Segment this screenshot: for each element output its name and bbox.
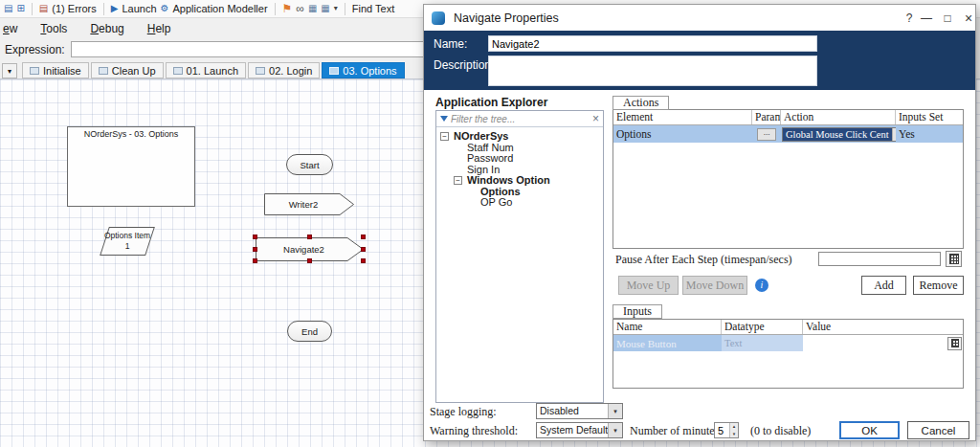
- selection-handle[interactable]: [361, 258, 366, 263]
- selection-handle[interactable]: [361, 247, 366, 252]
- application-modeller-icon[interactable]: ⚙: [161, 4, 169, 13]
- end-stage[interactable]: End: [287, 321, 332, 342]
- actions-table-header: Element Params Action Inputs Set: [613, 110, 963, 125]
- tab-initialise[interactable]: Initialise: [22, 62, 89, 78]
- tab-03-options[interactable]: 03. Options: [322, 62, 404, 78]
- tree-item-op-go[interactable]: OP Go: [438, 197, 601, 209]
- tree-label: Options: [480, 187, 521, 197]
- collapse-icon[interactable]: −: [454, 176, 462, 185]
- inputs-set-cell: Yes: [896, 125, 963, 143]
- description-input[interactable]: [488, 56, 817, 86]
- dialog-header: Name: Description:: [424, 31, 975, 90]
- menu-bar: ew Tools Debug Help: [0, 18, 421, 39]
- grid-icon[interactable]: ▦: [308, 4, 317, 13]
- launch-button[interactable]: Launch: [122, 3, 156, 14]
- minutes-spinner[interactable]: ▴ ▾: [714, 422, 739, 438]
- errors-icon[interactable]: ▤: [39, 4, 48, 13]
- selection-handle[interactable]: [307, 258, 312, 263]
- errors-button[interactable]: (1) Errors: [52, 3, 96, 14]
- tree-item-password[interactable]: Password: [438, 153, 601, 165]
- help-button[interactable]: ?: [901, 5, 918, 31]
- zero-to-disable-hint: (0 to disable): [750, 424, 811, 438]
- filter-clear-icon[interactable]: ×: [592, 113, 599, 124]
- data-item-stage[interactable]: Options Item 1: [99, 227, 156, 256]
- maximize-button[interactable]: □: [939, 5, 956, 31]
- add-button[interactable]: Add: [861, 276, 906, 295]
- selection-handle[interactable]: [307, 235, 312, 239]
- chevron-down-icon[interactable]: ▾: [608, 423, 622, 437]
- input-row-mouse-button[interactable]: Mouse Button Text: [613, 335, 963, 351]
- tree-label: Windows Option: [467, 175, 550, 186]
- tab-label: Clean Up: [112, 65, 156, 77]
- close-button[interactable]: ×: [960, 5, 977, 31]
- flag-icon[interactable]: ⚑: [282, 4, 293, 13]
- minimize-button[interactable]: —: [918, 5, 935, 31]
- spin-up-icon[interactable]: ▴: [730, 423, 738, 431]
- tab-01-launch[interactable]: 01. Launch: [166, 62, 246, 78]
- cancel-button[interactable]: Cancel: [907, 421, 969, 439]
- pause-expression-button[interactable]: [946, 251, 962, 267]
- writer-stage[interactable]: Writer2: [264, 193, 354, 215]
- ok-button[interactable]: OK: [839, 421, 900, 439]
- selection-handle[interactable]: [253, 247, 257, 252]
- menu-view[interactable]: ew: [1, 20, 19, 37]
- pause-after-step-input[interactable]: [818, 252, 941, 266]
- move-up-button[interactable]: Move Up: [618, 276, 679, 295]
- page-icon[interactable]: ▤: [4, 4, 12, 13]
- spin-down-icon[interactable]: ▾: [730, 431, 738, 438]
- remove-button[interactable]: Remove: [913, 276, 964, 295]
- collapse-icon[interactable]: −: [440, 132, 449, 141]
- window-icon[interactable]: ⊞: [16, 4, 24, 13]
- selection-handle[interactable]: [253, 235, 257, 239]
- warning-threshold-value: System Default: [537, 423, 608, 437]
- stage-logging-label: Stage logging:: [430, 405, 497, 419]
- stage-logging-select[interactable]: Disabled ▾: [536, 403, 623, 419]
- launch-icon[interactable]: ▶: [111, 4, 119, 13]
- tab-label: 03. Options: [343, 65, 396, 77]
- tree-item-windows-option[interactable]: − Windows Option: [438, 175, 601, 187]
- expression-label: Expression:: [0, 43, 71, 56]
- chevron-down-icon: ▾: [8, 67, 11, 76]
- column-datatype: Datatype: [722, 320, 803, 334]
- chevron-down-icon[interactable]: ▾: [334, 4, 338, 13]
- tree-item-staff-num[interactable]: Staff Num: [438, 143, 601, 154]
- tab-label: Initialise: [43, 65, 81, 77]
- warning-threshold-select[interactable]: System Default ▾: [536, 422, 623, 438]
- tab-clean-up[interactable]: Clean Up: [91, 62, 164, 78]
- action-combobox[interactable]: Global Mouse Click Cent ▾: [782, 127, 896, 142]
- minutes-input[interactable]: [715, 423, 729, 437]
- info-icon[interactable]: i: [755, 279, 768, 292]
- selection-handle[interactable]: [361, 235, 366, 239]
- tree-item-options[interactable]: Options: [438, 187, 601, 198]
- menu-help[interactable]: Help: [145, 20, 173, 37]
- glasses-icon[interactable]: ∞: [296, 4, 304, 13]
- tree-item-nordersys[interactable]: − NOrderSys: [438, 131, 601, 143]
- note-stage[interactable]: NOrderSys - 03. Options: [67, 126, 195, 207]
- action-combobox-value: Global Mouse Click Cent: [783, 128, 892, 141]
- name-input[interactable]: [488, 35, 817, 52]
- column-inputs-set: Inputs Set: [896, 110, 963, 124]
- grid-dropdown-icon[interactable]: ▦: [321, 4, 329, 13]
- dialog-titlebar[interactable]: Navigate Properties: [424, 5, 975, 31]
- inputs-table-header: Name Datatype Value: [613, 320, 963, 335]
- start-stage[interactable]: Start: [286, 154, 333, 175]
- spinner-arrows: ▴ ▾: [729, 423, 738, 437]
- end-label: End: [301, 326, 318, 337]
- tab-02-login[interactable]: 02. Login: [248, 62, 320, 78]
- params-ellipsis-button[interactable]: ...: [757, 128, 776, 141]
- move-down-button[interactable]: Move Down: [682, 276, 747, 295]
- filter-funnel-icon: [440, 116, 448, 122]
- column-action: Action: [781, 110, 896, 124]
- navigate-stage-selected[interactable]: Navigate2: [256, 237, 364, 261]
- action-row-options[interactable]: Options ... Global Mouse Click Cent ▾ Ye…: [613, 125, 963, 143]
- application-modeller-button[interactable]: Application Modeller: [173, 3, 268, 14]
- menu-tools[interactable]: Tools: [38, 20, 69, 37]
- start-label: Start: [300, 160, 319, 170]
- tab-list-dropdown[interactable]: ▾: [2, 63, 17, 78]
- find-text-button[interactable]: Find Text: [352, 3, 394, 14]
- menu-debug[interactable]: Debug: [88, 20, 125, 37]
- selection-handle[interactable]: [253, 258, 257, 263]
- value-expression-button[interactable]: [947, 337, 962, 350]
- chevron-down-icon[interactable]: ▾: [608, 404, 622, 418]
- tree-filter-input[interactable]: [451, 114, 590, 124]
